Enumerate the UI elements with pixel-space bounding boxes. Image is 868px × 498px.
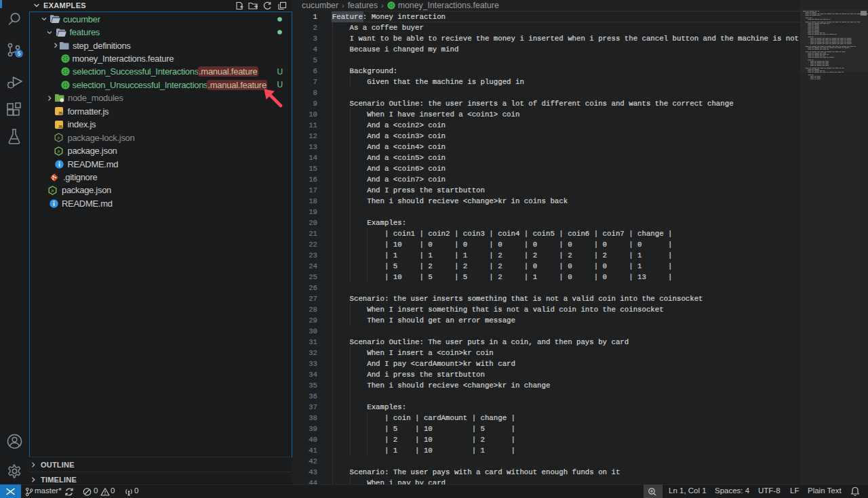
svg-text:js: js xyxy=(56,149,60,153)
svg-text:js: js xyxy=(56,136,60,140)
svg-text:JS: JS xyxy=(58,111,63,115)
svg-text:JS: JS xyxy=(58,124,63,128)
svg-text:js: js xyxy=(51,188,54,192)
